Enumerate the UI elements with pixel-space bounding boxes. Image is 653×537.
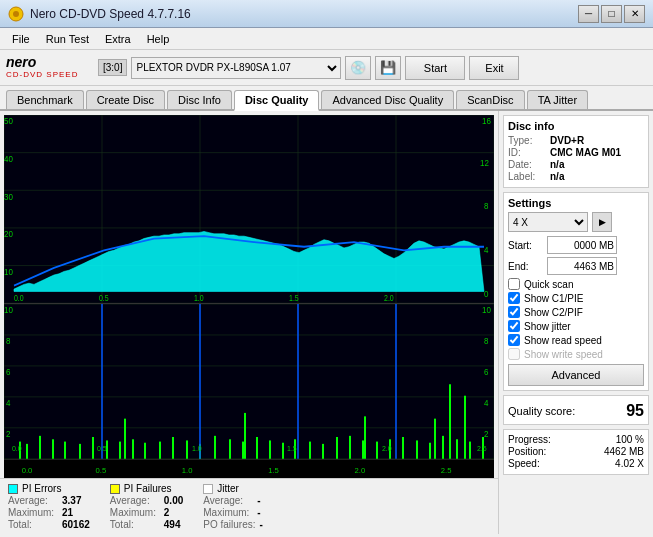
- settings-title: Settings: [508, 197, 644, 209]
- date-value: n/a: [550, 159, 564, 170]
- pi-failures-max-value: 2: [164, 507, 170, 518]
- show-read-speed-checkbox[interactable]: [508, 334, 520, 346]
- svg-text:0.5: 0.5: [96, 466, 107, 475]
- disc-icon-button[interactable]: 💿: [345, 56, 371, 80]
- svg-text:20: 20: [4, 229, 13, 240]
- svg-text:0.0: 0.0: [12, 444, 22, 454]
- svg-text:30: 30: [4, 191, 13, 202]
- type-label: Type:: [508, 135, 546, 146]
- end-mb-label: End:: [508, 261, 543, 272]
- drive-dropdown[interactable]: PLEXTOR DVDR PX-L890SA 1.07: [131, 57, 341, 79]
- speed-label: Speed:: [508, 458, 540, 469]
- nero-logo: nero CD-DVD SPEED: [6, 54, 86, 82]
- jitter-max-value: -: [257, 507, 260, 518]
- right-panel: Disc info Type: DVD+R ID: CMC MAG M01 Da…: [498, 111, 653, 534]
- svg-text:1.0: 1.0: [194, 293, 204, 303]
- svg-rect-88: [469, 442, 471, 459]
- type-value: DVD+R: [550, 135, 584, 146]
- svg-text:8: 8: [484, 336, 489, 347]
- svg-text:8: 8: [6, 336, 11, 347]
- quick-scan-checkbox[interactable]: [508, 278, 520, 290]
- pi-errors-avg-value: 3.37: [62, 495, 81, 506]
- pi-failures-total-label: Total:: [110, 519, 160, 530]
- svg-rect-65: [159, 442, 161, 459]
- svg-text:6: 6: [6, 367, 11, 378]
- maximize-button[interactable]: □: [601, 5, 622, 23]
- drive-selector: [3:0] PLEXTOR DVDR PX-L890SA 1.07: [98, 57, 341, 79]
- show-write-speed-checkbox: [508, 348, 520, 360]
- stats-bar: PI Errors Average: 3.37 Maximum: 21 Tota…: [0, 478, 498, 534]
- pi-errors-stats: PI Errors Average: 3.37 Maximum: 21 Tota…: [8, 483, 90, 530]
- tab-create-disc[interactable]: Create Disc: [86, 90, 165, 109]
- quick-scan-label: Quick scan: [524, 279, 573, 290]
- svg-rect-76: [309, 442, 311, 459]
- date-label: Date:: [508, 159, 546, 170]
- speed-value: 4.02 X: [615, 458, 644, 469]
- menu-extra[interactable]: Extra: [97, 31, 139, 47]
- minimize-button[interactable]: ─: [578, 5, 599, 23]
- svg-rect-83: [402, 437, 404, 459]
- tab-disc-info[interactable]: Disc Info: [167, 90, 232, 109]
- svg-rect-93: [434, 419, 436, 459]
- nero-subtitle: CD-DVD SPEED: [6, 70, 78, 79]
- svg-rect-84: [416, 441, 418, 459]
- svg-text:4: 4: [484, 398, 489, 409]
- jitter-stats: Jitter Average: - Maximum: - PO failures…: [203, 483, 263, 530]
- svg-point-1: [13, 11, 19, 17]
- end-mb-input[interactable]: [547, 257, 617, 275]
- show-c2pif-checkbox[interactable]: [508, 306, 520, 318]
- close-button[interactable]: ✕: [624, 5, 645, 23]
- svg-rect-60: [92, 437, 94, 459]
- pi-errors-color: [8, 484, 18, 494]
- drive-label: [3:0]: [98, 59, 127, 76]
- jitter-avg-value: -: [257, 495, 260, 506]
- show-jitter-checkbox[interactable]: [508, 320, 520, 332]
- svg-rect-31: [4, 304, 494, 459]
- pi-errors-label: PI Errors: [22, 483, 61, 494]
- tab-ta-jitter[interactable]: TA Jitter: [527, 90, 589, 109]
- tab-scan-disc[interactable]: ScanDisc: [456, 90, 524, 109]
- svg-rect-73: [269, 441, 271, 459]
- settings-section: Settings 4 X ▶ Start: End: Quick scan: [503, 192, 649, 391]
- jitter-avg-label: Average:: [203, 495, 253, 506]
- start-mb-input[interactable]: [547, 236, 617, 254]
- show-c1pie-checkbox[interactable]: [508, 292, 520, 304]
- svg-rect-80: [362, 441, 364, 459]
- speed-icon-button[interactable]: ▶: [592, 212, 612, 232]
- menu-run-test[interactable]: Run Test: [38, 31, 97, 47]
- svg-text:1.5: 1.5: [289, 293, 299, 303]
- svg-rect-69: [214, 436, 216, 459]
- progress-section: Progress: 100 % Position: 4462 MB Speed:…: [503, 429, 649, 475]
- tab-disc-quality[interactable]: Disc Quality: [234, 90, 320, 111]
- svg-text:2.5: 2.5: [441, 466, 452, 475]
- menu-file[interactable]: File: [4, 31, 38, 47]
- svg-text:0.0: 0.0: [22, 466, 33, 475]
- speed-dropdown[interactable]: 4 X: [508, 212, 588, 232]
- jitter-color: [203, 484, 213, 494]
- svg-rect-63: [132, 440, 134, 459]
- exit-button[interactable]: Exit: [469, 56, 519, 80]
- nero-text: nero: [6, 54, 36, 70]
- pi-failures-max-label: Maximum:: [110, 507, 160, 518]
- svg-rect-78: [336, 437, 338, 459]
- svg-text:16: 16: [482, 116, 491, 127]
- tab-benchmark[interactable]: Benchmark: [6, 90, 84, 109]
- svg-text:10: 10: [4, 266, 13, 277]
- position-label: Position:: [508, 446, 546, 457]
- svg-rect-59: [79, 444, 81, 459]
- svg-text:6: 6: [484, 367, 489, 378]
- svg-text:12: 12: [480, 157, 489, 168]
- advanced-button[interactable]: Advanced: [508, 364, 644, 386]
- svg-rect-58: [64, 442, 66, 459]
- svg-text:2.5: 2.5: [477, 444, 487, 454]
- svg-text:1.5: 1.5: [268, 466, 279, 475]
- show-c2pif-label: Show C2/PIF: [524, 307, 583, 318]
- save-icon-button[interactable]: 💾: [375, 56, 401, 80]
- pi-failures-avg-label: Average:: [110, 495, 160, 506]
- pi-failures-chart: 10 8 6 4 2 10 8 6 4 2: [4, 304, 494, 459]
- tab-advanced-disc-quality[interactable]: Advanced Disc Quality: [321, 90, 454, 109]
- show-jitter-label: Show jitter: [524, 321, 571, 332]
- menu-help[interactable]: Help: [139, 31, 178, 47]
- svg-text:2.0: 2.0: [382, 444, 392, 454]
- start-button[interactable]: Start: [405, 56, 465, 80]
